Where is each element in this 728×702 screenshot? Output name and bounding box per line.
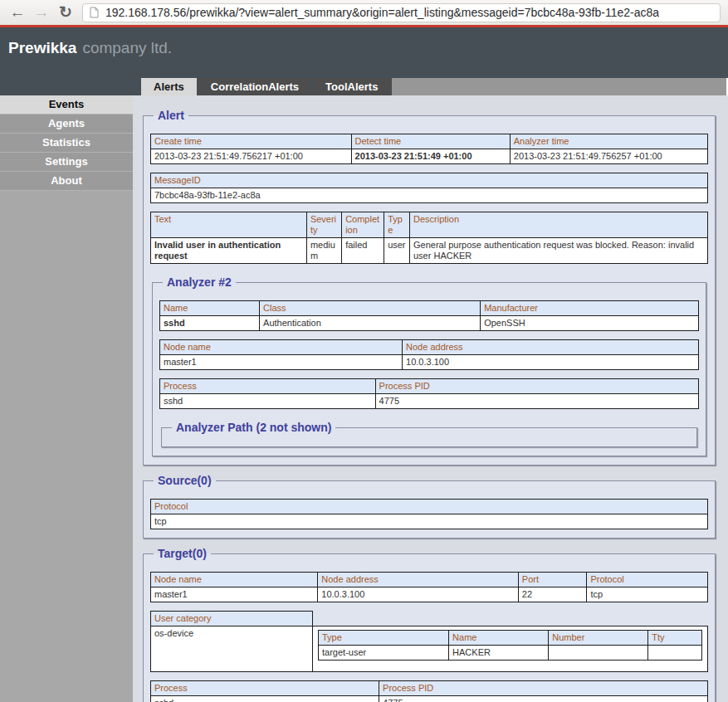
table-row: master1 10.0.3.100 22 tcp: [151, 587, 708, 602]
type-value: user: [384, 238, 410, 264]
table-header-row: Create time Detect time Analyzer time: [151, 134, 708, 149]
process-value: sshd: [151, 696, 379, 702]
port-header: Port: [518, 573, 587, 587]
table-row: target-user HACKER: [319, 646, 702, 661]
protocol-header: Protocol: [587, 573, 708, 587]
analyzer-section-title: Analyzer #2: [163, 275, 236, 289]
main-area: Events Agents Statistics Settings About …: [0, 95, 728, 702]
source-section-title: Source(0): [154, 474, 216, 487]
completion-header: Completion: [342, 212, 384, 238]
table-header-row: Node name Node address: [160, 340, 699, 355]
alert-section: Alert Create time Detect time Analyzer t…: [143, 109, 716, 466]
table-row: tcp: [151, 514, 708, 529]
sidebar-item-agents[interactable]: Agents: [0, 115, 133, 134]
source-section: Source(0) Protocol tcp: [143, 474, 716, 539]
table-row: sshd Authentication OpenSSH: [160, 316, 699, 331]
tab-correlationalerts[interactable]: CorrelationAlerts: [198, 78, 311, 95]
spacer-cell: [313, 612, 708, 626]
manufacturer-header: Manufacturer: [481, 301, 699, 316]
node-name-value: master1: [151, 587, 318, 602]
node-address-value: 10.0.3.100: [318, 587, 519, 602]
table-header-row: Name Class Manufacturer: [160, 301, 699, 316]
table-row: sshd 4775: [151, 696, 708, 702]
node-address-value: 10.0.3.100: [403, 355, 699, 370]
user-name-header: Name: [449, 631, 549, 646]
user-type-value: target-user: [319, 646, 449, 661]
table-header-row: Protocol: [151, 500, 708, 514]
process-header: Process: [151, 681, 379, 696]
name-header: Name: [160, 301, 260, 316]
analyzer-manufacturer-value: OpenSSH: [481, 316, 699, 331]
app-header: Prewikkacompany ltd. Alerts CorrelationA…: [0, 27, 728, 95]
table-row: 7bcbc48a-93fb-11e2-ac8a: [151, 188, 708, 203]
brand: Prewikkacompany ltd.: [0, 27, 728, 57]
messageid-value: 7bcbc48a-93fb-11e2-ac8a: [151, 188, 708, 203]
port-value: 22: [518, 587, 587, 602]
sidebar-item-settings[interactable]: Settings: [0, 153, 133, 172]
target-user-table: User category os-device Type Name Number…: [150, 611, 708, 672]
table-header-row: Type Name Number Tty: [319, 631, 702, 646]
user-number-header: Number: [549, 631, 648, 646]
table-header-row: Node name Node address Port Protocol: [151, 573, 708, 587]
analyzer-section: Analyzer #2 Name Class Manufacturer sshd…: [152, 275, 706, 456]
node-name-value: master1: [160, 355, 403, 370]
messageid-table: MessageID 7bcbc48a-93fb-11e2-ac8a: [150, 173, 708, 203]
user-tty-value: [648, 646, 702, 661]
target-user-detail-table: Type Name Number Tty target-user HACKER: [318, 630, 702, 661]
analyzer-node-table: Node name Node address master1 10.0.3.10…: [159, 339, 699, 370]
table-row: os-device Type Name Number Tty targe: [151, 626, 708, 672]
user-tty-header: Tty: [648, 631, 702, 646]
node-name-header: Node name: [160, 340, 403, 355]
messageid-header: MessageID: [151, 173, 708, 188]
analyzer-time-header: Analyzer time: [510, 134, 707, 149]
source-protocol-table: Protocol tcp: [150, 499, 708, 529]
description-header: Description: [409, 212, 707, 238]
create-time-header: Create time: [151, 134, 352, 149]
reload-icon[interactable]: ↻: [56, 2, 76, 22]
back-icon[interactable]: ←: [7, 2, 27, 22]
alert-section-title: Alert: [154, 109, 188, 122]
address-bar[interactable]: 192.168.178.56/prewikka/?view=alert_summ…: [82, 3, 721, 22]
target-node-table: Node name Node address Port Protocol mas…: [150, 572, 708, 602]
sidebar-item-about[interactable]: About: [0, 172, 133, 191]
table-row: sshd 4775: [160, 394, 699, 409]
user-name-value: HACKER: [449, 646, 549, 661]
tab-toolalerts[interactable]: ToolAlerts: [313, 78, 390, 95]
forward-icon[interactable]: →: [32, 2, 51, 22]
description-value: General purpose authentication request w…: [409, 238, 707, 264]
analyzer-info-table: Name Class Manufacturer sshd Authenticat…: [159, 300, 699, 331]
brand-name: Prewikka: [8, 39, 76, 56]
process-pid-header: Process PID: [375, 379, 698, 394]
url-text: 192.168.178.56/prewikka/?view=alert_summ…: [105, 6, 659, 19]
alert-summary-content: Alert Create time Detect time Analyzer t…: [133, 95, 728, 702]
user-category-header: User category: [151, 612, 313, 626]
protocol-value: tcp: [587, 587, 708, 602]
completion-value: failed: [342, 238, 384, 264]
classification-text: Invalid user in authentication request: [151, 238, 307, 264]
table-row: Invalid user in authentication request m…: [151, 238, 708, 264]
class-header: Class: [260, 301, 481, 316]
alert-times-table: Create time Detect time Analyzer time 20…: [150, 134, 708, 164]
process-header: Process: [160, 379, 376, 394]
sidebar-item-statistics[interactable]: Statistics: [0, 134, 133, 153]
browser-toolbar: ← → ↻ 192.168.178.56/prewikka/?view=aler…: [0, 0, 728, 25]
detect-time-header: Detect time: [351, 134, 510, 149]
table-header-row: Process Process PID: [160, 379, 699, 394]
tab-alerts[interactable]: Alerts: [141, 78, 197, 95]
target-process-table: Process Process PID sshd 4775: [150, 680, 708, 702]
sidebar-item-events[interactable]: Events: [0, 95, 133, 115]
target-section-title: Target(0): [154, 547, 211, 560]
analyzer-time-value: 2013-03-23 21:51:49.756257 +01:00: [510, 149, 707, 164]
analyzer-path-section: Analyzer Path (2 not shown): [161, 421, 697, 447]
table-header-row: MessageID: [151, 173, 708, 188]
table-header-row: User category: [151, 612, 708, 626]
severity-header: Severity: [306, 212, 341, 238]
protocol-value: tcp: [151, 514, 708, 529]
text-header: Text: [151, 212, 307, 238]
table-header-row: Text Severity Completion Type Descriptio…: [151, 212, 708, 238]
type-header: Type: [384, 212, 410, 238]
process-value: sshd: [160, 394, 376, 409]
process-pid-header: Process PID: [379, 681, 708, 696]
page-icon: [90, 7, 99, 18]
protocol-header: Protocol: [151, 500, 708, 514]
